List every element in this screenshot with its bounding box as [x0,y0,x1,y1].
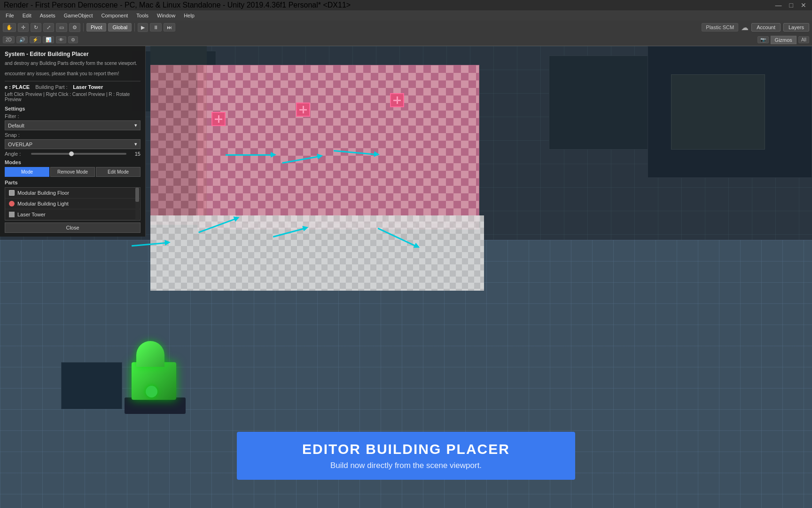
slider-thumb [69,151,74,156]
panel-desc1: and destroy any Building Parts directly … [5,60,141,67]
snap-label: Snap : [5,132,42,138]
title-bar-controls: — □ ✕ [773,1,808,9]
angle-label: Angle : [5,151,28,157]
audio-button[interactable]: 🔊 [16,36,28,43]
toolbar-rotate[interactable]: ↻ [31,23,41,32]
banner-subtitle: Build now directly from the scene viewpo… [256,461,556,470]
editor-banner: EDITOR BUILDING PLACER Build now directl… [237,432,575,480]
angle-slider[interactable] [31,153,126,155]
menu-tools[interactable]: Tools [133,12,152,19]
options-button[interactable]: ⚙ [68,36,78,43]
parts-title: Parts [5,180,141,185]
menu-gameobject[interactable]: GameObject [60,12,97,19]
layers-button[interactable]: Layers [783,23,809,32]
menu-edit[interactable]: Edit [19,12,35,19]
dark-block-near-tower [61,362,122,409]
scrollbar-thumb [135,188,139,202]
modes-title: Modes [5,159,141,165]
parts-scrollbar[interactable] [135,188,139,220]
building-structure [150,65,503,314]
wall-back [197,65,479,230]
part-item-floor[interactable]: Modular Building Floor [5,188,140,198]
filter-dropdown[interactable]: Default ▾ [5,120,141,130]
toolbar-hand[interactable]: ✋ [3,23,16,32]
toolbar-sep1 [83,23,84,32]
all-button[interactable]: All [798,36,809,43]
scene-cam[interactable]: 📷 [757,36,769,43]
edit-mode-button[interactable]: Edit Mode [96,167,141,177]
close-window-button[interactable]: ✕ [799,1,808,9]
hidden-layers[interactable]: 👁 [56,36,66,43]
part-item-laser[interactable]: Laser Tower [5,209,140,220]
building-part-value: Laser Tower [73,84,103,90]
pause-button[interactable]: ⏸ [150,23,162,32]
pink-box-1 [211,112,226,126]
menu-file[interactable]: File [2,12,18,19]
secondary-toolbar: 2D 🔊 ⚡ 📊 👁 ⚙ 📷 Gizmos All [0,34,812,46]
wall-left [150,65,207,225]
menu-component[interactable]: Component [97,12,132,19]
toolbar2-right: 📷 Gizmos All [757,36,809,44]
angle-row: Angle : 15 [5,151,141,157]
modes-row: Mode Remove Mode Edit Mode [5,167,141,177]
step-button[interactable]: ⏭ [164,23,175,32]
toolbar-transform[interactable]: ⚙ [69,23,80,32]
menu-assets[interactable]: Assets [36,12,59,19]
banner-title: EDITOR BUILDING PLACER [256,441,556,457]
remove-mode-button[interactable]: Remove Mode [50,167,95,177]
building-part-label: Building Part : [35,84,73,90]
floor-white [150,215,484,291]
2d-button[interactable]: 2D [3,36,15,43]
maximize-button[interactable]: □ [788,1,795,9]
toolbar-move[interactable]: ✛ [18,23,29,32]
global-button[interactable]: Global [108,23,132,32]
panel-title: System - Editor Building Placer [5,51,141,57]
laser-tower-preview [117,339,211,409]
settings-title: Settings [5,106,141,111]
menu-bar: File Edit Assets GameObject Component To… [0,10,812,21]
play-button[interactable]: ▶ [138,23,148,32]
place-mode-button[interactable]: Mode [5,167,49,177]
light-icon [9,201,15,206]
filter-row: Filter : [5,113,141,119]
cloud-icon: ☁ [741,23,749,32]
toolbar-right: Plastic SCM ☁ Account Layers [702,23,809,32]
stats-button[interactable]: 📊 [43,36,54,43]
snap-dropdown[interactable]: OVERLAP ▾ [5,139,141,149]
part-name-floor: Modular Building Floor [17,190,69,196]
left-panel: System - Editor Building Placer and dest… [0,46,146,237]
effects-button[interactable]: ⚡ [30,36,41,43]
title-text: Render - First Person Demoscene - PC, Ma… [4,1,351,9]
angle-value: 15 [129,151,141,157]
close-button[interactable]: Close [5,222,141,233]
part-name-light: Modular Building Light [17,201,69,206]
panel-sep1 [5,81,141,81]
plastic-scm-button[interactable]: Plastic SCM [702,23,738,32]
filter-label: Filter : [5,113,42,119]
parts-list: Modular Building Floor Modular Building … [5,187,141,221]
part-name-laser: Laser Tower [17,212,46,217]
arrow-1 [226,154,273,156]
toolbar-sep2 [134,23,135,32]
toolbar-rect[interactable]: ▭ [56,23,67,32]
part-item-light[interactable]: Modular Building Light [5,198,140,209]
laser-icon [9,212,15,217]
panel-desc2: encounter any issues, please thank you t… [5,71,141,77]
mode-row: e : PLACE Building Part : Laser Tower [5,84,141,90]
pink-box-3 [390,93,404,107]
pink-box-2 [296,103,310,117]
panel-hint: Left Click Preview | Right Click : Cance… [5,92,141,102]
account-button[interactable]: Account [751,23,781,32]
main-toolbar: ✋ ✛ ↻ ⤢ ▭ ⚙ Pivot Global ▶ ⏸ ⏭ Plastic S… [0,21,812,34]
toolbar-scale[interactable]: ⤢ [43,23,54,32]
snap-row: Snap : [5,132,141,138]
title-bar: Render - First Person Demoscene - PC, Ma… [0,0,812,10]
menu-window[interactable]: Window [153,12,179,19]
minimize-button[interactable]: — [773,1,784,9]
mode-label: e : PLACE [5,84,30,90]
gizmos-button[interactable]: Gizmos [771,36,796,44]
pivot-button[interactable]: Pivot [86,23,106,32]
floor-icon [9,190,15,196]
menu-help[interactable]: Help [180,12,198,19]
